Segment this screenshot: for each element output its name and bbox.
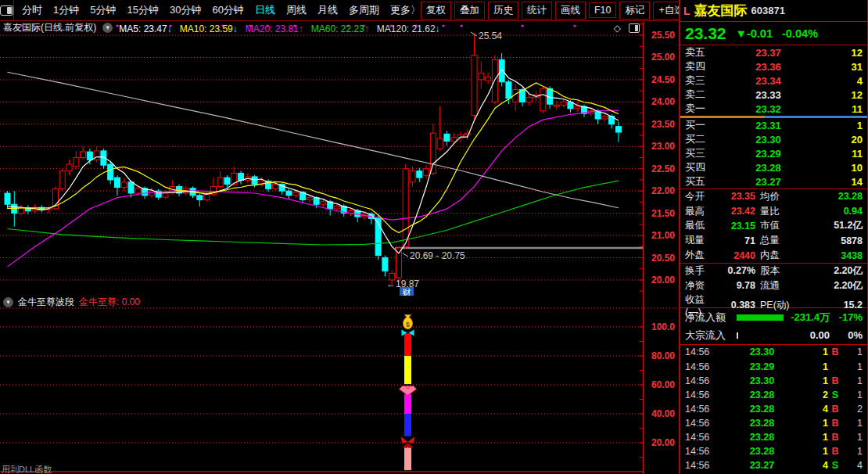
level-volume: 11 bbox=[820, 103, 863, 115]
stat-value: 2.20亿 bbox=[796, 264, 863, 278]
level-price[interactable]: 23.29 bbox=[716, 148, 820, 160]
stat-value: 15.2 bbox=[796, 300, 863, 311]
stock-header: L 嘉友国际 603871 bbox=[680, 0, 867, 22]
price-change: ▼-0.01 bbox=[736, 27, 773, 40]
bid-row-4[interactable]: 买五 23.27 14 bbox=[680, 174, 867, 189]
tab-1[interactable]: 1分钟 bbox=[53, 3, 79, 17]
ask-row-2[interactable]: 卖三 23.34 4 bbox=[680, 74, 867, 88]
toolbar-button-3[interactable]: 统计 bbox=[522, 2, 552, 20]
level-label: 卖一 bbox=[685, 102, 716, 116]
level-price[interactable]: 23.32 bbox=[716, 103, 820, 115]
flow-value: -231.4万 bbox=[791, 311, 830, 325]
stat-label: 量比 bbox=[760, 205, 796, 218]
tick-trades: 14:56 23.30 1 B 114:56 23.29 1 114:56 23… bbox=[680, 344, 867, 472]
toolbar-button-5[interactable]: F10 bbox=[589, 2, 617, 18]
bid-row-1[interactable]: 买二 23.30 20 bbox=[680, 132, 867, 146]
ask-row-0[interactable]: 卖五 23.37 12 bbox=[680, 45, 867, 59]
stat-value: 0.383 bbox=[718, 300, 760, 311]
level-label: 买五 bbox=[685, 174, 716, 189]
trade-row-1: 14:56 23.29 1 1 bbox=[680, 359, 867, 373]
bid-row-0[interactable]: 买一 23.31 1 bbox=[680, 118, 867, 132]
stat-label: 外盘 bbox=[685, 249, 718, 262]
candlestick-chart[interactable]: 25.5025.0024.5024.0023.5023.0022.5022.00… bbox=[0, 22, 679, 296]
diamond-marker-icon[interactable]: ◇ bbox=[614, 23, 621, 34]
stat-label: 内盘 bbox=[760, 249, 796, 262]
svg-text:100.0: 100.0 bbox=[651, 321, 675, 332]
toolbar-button-4[interactable]: 画线 bbox=[555, 2, 586, 20]
indicator-chart[interactable]: 100.080.0060.0040.0020.00$ bbox=[0, 296, 679, 474]
trade-volume: 1 bbox=[805, 361, 828, 372]
trade-time: 14:56 bbox=[685, 446, 719, 457]
tab-7[interactable]: 周线 bbox=[286, 3, 307, 17]
quote-stat-row-2: 最低 23.15 市值 51.2亿 bbox=[680, 219, 867, 234]
chevron-down-icon[interactable]: ▾ bbox=[3, 297, 13, 307]
stat-label: 最低 bbox=[685, 219, 718, 232]
tab-3[interactable]: 15分钟 bbox=[127, 3, 158, 17]
stat-value: 2.20亿 bbox=[796, 279, 863, 293]
level-volume: 4 bbox=[820, 75, 863, 87]
ma-trend-arrow: ↓ bbox=[436, 23, 440, 34]
svg-text:40.00: 40.00 bbox=[651, 408, 675, 419]
toolbar-button-6[interactable]: 标记 bbox=[619, 2, 650, 20]
level-price[interactable]: 23.28 bbox=[716, 162, 820, 174]
svg-text:$: $ bbox=[406, 321, 410, 329]
trade-direction: B bbox=[828, 418, 842, 429]
tab-9[interactable]: 多周期 bbox=[349, 3, 379, 17]
trade-time: 14:56 bbox=[685, 432, 719, 443]
level-volume: 12 bbox=[820, 47, 863, 59]
trade-volume: 1 bbox=[805, 418, 828, 429]
main-chart: 25.5025.0024.5024.0023.5023.0022.5022.00… bbox=[0, 22, 679, 296]
tab-5[interactable]: 60分钟 bbox=[212, 3, 243, 17]
level-price[interactable]: 23.34 bbox=[716, 75, 820, 87]
bid-row-3[interactable]: 买四 23.28 10 bbox=[680, 160, 867, 174]
sub-chart-header: ▾ 金牛至尊波段 金牛至尊: 0.00 bbox=[3, 296, 140, 307]
svg-text:财: 财 bbox=[403, 288, 411, 296]
trade-time: 14:56 bbox=[685, 390, 719, 400]
toolbar-button-2[interactable]: 历史 bbox=[488, 2, 518, 20]
stat-value: 0.94 bbox=[796, 206, 863, 217]
svg-text:21.50: 21.50 bbox=[651, 208, 675, 219]
ask-row-3[interactable]: 卖二 23.33 12 bbox=[680, 88, 867, 102]
ask-row-4[interactable]: 卖一 23.32 11 bbox=[680, 102, 867, 116]
bid-row-2[interactable]: 买三 23.29 11 bbox=[680, 146, 867, 160]
tab-6[interactable]: 日线 bbox=[255, 3, 275, 17]
stat-label: 均价 bbox=[760, 190, 796, 203]
chevron-down-icon[interactable]: ▾ bbox=[102, 23, 113, 33]
trade-volume: 1 bbox=[805, 375, 828, 386]
toolbar-button-1[interactable]: 叠加 bbox=[454, 2, 485, 20]
stock-name: 嘉友国际 bbox=[694, 2, 748, 20]
trade-price: 23.28 bbox=[719, 446, 805, 457]
level-price[interactable]: 23.31 bbox=[716, 120, 820, 131]
tab-4[interactable]: 30分钟 bbox=[170, 3, 201, 17]
level-price[interactable]: 23.30 bbox=[716, 134, 820, 145]
svg-text:80.00: 80.00 bbox=[651, 350, 675, 361]
level-volume: 20 bbox=[820, 134, 863, 145]
level-label: 卖三 bbox=[685, 74, 716, 88]
ma-label-1: MA10: 23.59↓ bbox=[180, 23, 238, 34]
ma-trend-arrow: ↓ bbox=[233, 23, 238, 34]
ma-label-0: MA5: 23.47↓ bbox=[119, 23, 171, 34]
tab-10[interactable]: 更多〉 bbox=[390, 3, 421, 17]
tab-0[interactable]: 分时 bbox=[22, 3, 42, 17]
level-price[interactable]: 23.37 bbox=[716, 47, 820, 59]
level-price[interactable]: 23.36 bbox=[716, 61, 820, 73]
level-price[interactable]: 23.33 bbox=[716, 89, 820, 101]
stat-value: 2440 bbox=[718, 250, 760, 261]
tab-2[interactable]: 5分钟 bbox=[90, 3, 116, 17]
level-label: 买一 bbox=[685, 118, 716, 132]
chart-corner-icons: ◇ bbox=[614, 23, 640, 34]
trade-count: 1 bbox=[842, 375, 863, 386]
ma-label-4: MA120: 21.62↓ bbox=[377, 23, 440, 34]
fund-stat-row-0: 换手 0.27% 股本 2.20亿 bbox=[680, 264, 867, 278]
level-price[interactable]: 23.27 bbox=[716, 176, 820, 188]
layout-toggle-button[interactable] bbox=[0, 0, 14, 20]
ma-trend-arrow: ↑ bbox=[299, 23, 303, 34]
toolbar-button-0[interactable]: 复权 bbox=[421, 2, 451, 20]
trade-row-0: 14:56 23.30 1 B 1 bbox=[680, 345, 867, 359]
trade-row-4: 14:56 23.28 4 B 2 bbox=[680, 402, 867, 416]
stat-label: 最高 bbox=[685, 205, 718, 218]
ask-row-1[interactable]: 卖四 23.36 31 bbox=[680, 59, 867, 74]
split-view-icon[interactable] bbox=[629, 23, 640, 33]
trade-price: 23.28 bbox=[719, 390, 805, 400]
tab-8[interactable]: 月线 bbox=[317, 3, 338, 17]
